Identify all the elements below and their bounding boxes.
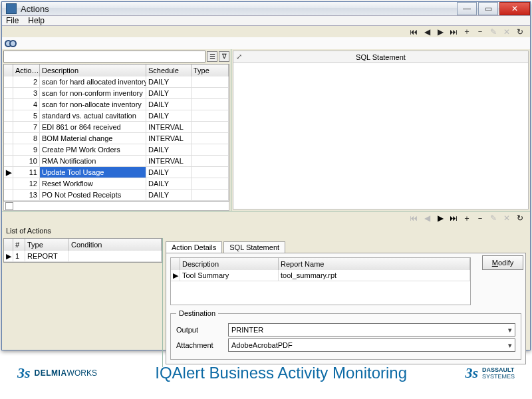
remove-icon[interactable]: － <box>475 26 485 37</box>
app-icon <box>6 3 17 14</box>
record-nav-upper: ⏮ ◀ ▶ ⏭ ＋ － ✎ ✕ ↻ <box>2 26 530 37</box>
edit-icon: ✎ <box>489 213 498 223</box>
grid-header: Actio… Description Schedule Type <box>4 65 229 76</box>
remove-icon[interactable]: － <box>475 213 485 224</box>
modify-button[interactable]: Modify <box>482 255 523 270</box>
attachment-select[interactable]: AdobeAcrobatPDF <box>228 338 515 352</box>
output-label: Output <box>176 326 228 334</box>
destination-group: Destination Output PRINTER Attachment Ad… <box>170 309 521 360</box>
record-nav-lower: ⏮ ◀ ▶ ⏭ ＋ － ✎ ✕ ↻ <box>2 211 530 225</box>
table-row[interactable]: ▶11Update Tool UsageDAILY <box>4 167 229 178</box>
output-select[interactable]: PRINTER <box>228 323 515 336</box>
brand-delmiaworks: 3s DELMIAWORKS <box>17 364 97 382</box>
cancel-icon: ✕ <box>502 213 511 223</box>
list-item[interactable]: ▶1REPORT <box>4 251 162 262</box>
table-row[interactable]: 2scan for hard allocated inventoryDAILY <box>4 76 229 88</box>
table-row[interactable]: 7EDI 861 or 864 receivedINTERVAL <box>4 122 229 133</box>
tab-sql-statement[interactable]: SQL Statement <box>223 241 285 253</box>
window-title: Actions <box>21 4 456 14</box>
actions-grid[interactable]: Actio… Description Schedule Type 2scan f… <box>3 64 229 201</box>
minimize-button[interactable]: — <box>457 2 477 15</box>
table-row[interactable]: 4scan for non-allocate inventoryDAILY <box>4 99 229 110</box>
toolbar <box>2 37 530 49</box>
table-row[interactable]: ▶Tool Summarytool_summary.rpt <box>171 270 470 281</box>
edit-icon: ✎ <box>489 27 498 37</box>
titlebar: Actions — ▭ ✕ <box>2 2 530 16</box>
table-row[interactable]: 5standard vs. actual cavitationDAILY <box>4 110 229 122</box>
list-of-actions-label: List of Actions <box>2 225 530 237</box>
app-window: Actions — ▭ ✕ File Help ⏮ ◀ ▶ ⏭ ＋ － ✎ ✕ … <box>1 1 531 350</box>
last-icon[interactable]: ⏭ <box>449 27 458 37</box>
last-icon[interactable]: ⏭ <box>449 213 458 223</box>
prev-icon: ◀ <box>422 213 432 223</box>
table-row[interactable]: 13PO Not Posted ReceiptsDAILY <box>4 190 229 201</box>
prev-icon[interactable]: ◀ <box>422 27 432 37</box>
table-row[interactable]: 9Create PM Work OrdersDAILY <box>4 144 229 156</box>
table-row[interactable]: 10RMA NotificationINTERVAL <box>4 156 229 167</box>
sql-text-area[interactable] <box>233 63 528 209</box>
refresh-icon[interactable]: ↻ <box>515 27 525 37</box>
menu-file[interactable]: File <box>6 16 19 25</box>
find-icon[interactable] <box>5 37 17 49</box>
list-of-actions-grid[interactable]: # Type Condition ▶1REPORT <box>3 238 162 263</box>
maximize-button[interactable]: ▭ <box>478 2 498 15</box>
sql-pane: ⤢SQL Statement <box>233 51 529 209</box>
menu-help[interactable]: Help <box>28 16 45 25</box>
sql-pane-title: SQL Statement <box>356 53 406 61</box>
first-icon: ⏮ <box>409 213 418 223</box>
filter-icon[interactable]: ∇ <box>219 51 229 62</box>
next-icon[interactable]: ▶ <box>436 213 445 223</box>
cancel-icon: ✕ <box>502 27 511 37</box>
add-icon[interactable]: ＋ <box>462 26 471 37</box>
table-row[interactable]: 12Reset WorkflowDAILY <box>4 178 229 190</box>
action-details-grid[interactable]: Description Report Name ▶Tool Summarytoo… <box>170 257 471 305</box>
table-row[interactable]: 8BOM Material changeINTERVAL <box>4 133 229 144</box>
filter-input[interactable] <box>3 51 205 63</box>
table-row[interactable]: 3scan for non-conform inventoryDAILY <box>4 88 229 99</box>
close-button[interactable]: ✕ <box>499 2 530 15</box>
grid-footer <box>3 201 229 211</box>
add-icon[interactable]: ＋ <box>462 213 471 224</box>
picklist-icon[interactable]: ☰ <box>207 51 217 62</box>
first-icon[interactable]: ⏮ <box>409 27 418 37</box>
menubar: File Help <box>2 16 530 26</box>
pin-icon[interactable]: ⤢ <box>236 53 242 61</box>
next-icon[interactable]: ▶ <box>436 27 445 37</box>
attachment-label: Attachment <box>176 341 228 349</box>
tab-action-details[interactable]: Action Details <box>166 241 222 253</box>
refresh-icon[interactable]: ↻ <box>515 213 525 223</box>
